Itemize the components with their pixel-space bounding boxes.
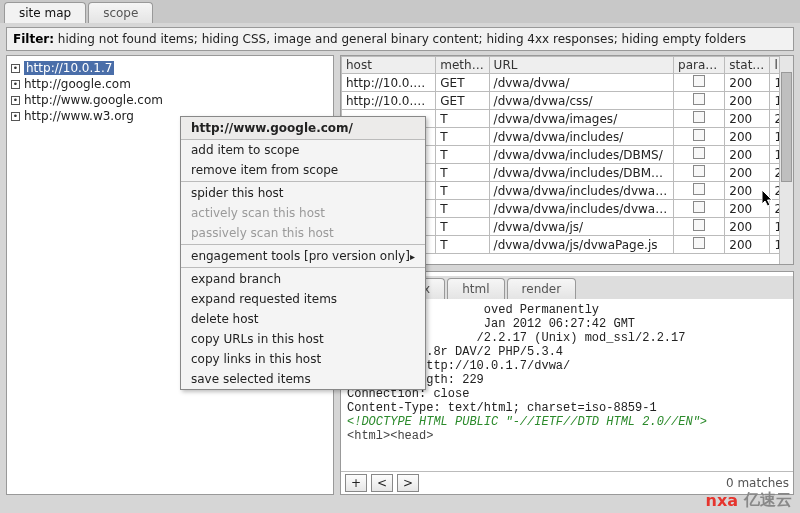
tree-item-label: http://10.0.1.7 bbox=[24, 61, 114, 75]
tab-html[interactable]: html bbox=[447, 278, 504, 299]
menu-item[interactable]: save selected items bbox=[181, 369, 425, 389]
table-scrollbar[interactable] bbox=[779, 56, 793, 264]
tree-item[interactable]: •http://google.com bbox=[9, 76, 331, 92]
menu-item[interactable]: spider this host bbox=[181, 183, 425, 203]
prev-match-button[interactable]: < bbox=[371, 474, 393, 492]
tree-item[interactable]: •http://www.google.com bbox=[9, 92, 331, 108]
params-checkbox[interactable] bbox=[693, 183, 705, 195]
params-checkbox[interactable] bbox=[693, 219, 705, 231]
params-checkbox[interactable] bbox=[693, 237, 705, 249]
menu-item: passively scan this host bbox=[181, 223, 425, 243]
menu-item[interactable]: add item to scope bbox=[181, 140, 425, 160]
params-checkbox[interactable] bbox=[693, 147, 705, 159]
params-checkbox[interactable] bbox=[693, 111, 705, 123]
menu-item[interactable]: copy URLs in this host bbox=[181, 329, 425, 349]
expand-icon[interactable]: • bbox=[11, 80, 20, 89]
tree-item-label: http://www.google.com bbox=[24, 93, 163, 107]
table-row[interactable]: http://10.0.1.7GET/dvwa/dvwa/20017 bbox=[342, 74, 793, 92]
context-menu-header: http://www.google.com/ bbox=[181, 117, 425, 140]
next-match-button[interactable]: > bbox=[397, 474, 419, 492]
tree-item[interactable]: •http://10.0.1.7 bbox=[9, 60, 331, 76]
params-checkbox[interactable] bbox=[693, 201, 705, 213]
table-row[interactable]: http://10.0.1.7GET/dvwa/dvwa/css/20017 bbox=[342, 92, 793, 110]
col-params[interactable]: params bbox=[674, 57, 725, 74]
filter-label: Filter: bbox=[13, 32, 54, 46]
filter-bar[interactable]: Filter: hiding not found items; hiding C… bbox=[6, 27, 794, 51]
col-status[interactable]: status bbox=[725, 57, 770, 74]
expand-icon[interactable]: • bbox=[11, 112, 20, 121]
context-menu: http://www.google.com/ add item to scope… bbox=[180, 116, 426, 390]
params-checkbox[interactable] bbox=[693, 75, 705, 87]
top-tabs: site map scope bbox=[0, 0, 800, 23]
tree-item-label: http://www.w3.org bbox=[24, 109, 134, 123]
params-checkbox[interactable] bbox=[693, 93, 705, 105]
menu-item[interactable]: delete host bbox=[181, 309, 425, 329]
menu-item[interactable]: engagement tools [pro version only] bbox=[181, 246, 425, 266]
params-checkbox[interactable] bbox=[693, 165, 705, 177]
watermark-nxa: nxa bbox=[705, 491, 738, 510]
match-count: 0 matches bbox=[726, 476, 789, 490]
col-method[interactable]: method bbox=[436, 57, 489, 74]
add-button[interactable]: + bbox=[345, 474, 367, 492]
tab-render[interactable]: render bbox=[507, 278, 577, 299]
menu-item[interactable]: expand requested items bbox=[181, 289, 425, 309]
tree-item-label: http://google.com bbox=[24, 77, 131, 91]
menu-item[interactable]: remove item from scope bbox=[181, 160, 425, 180]
menu-item: actively scan this host bbox=[181, 203, 425, 223]
tab-site-map[interactable]: site map bbox=[4, 2, 86, 23]
col-host[interactable]: host bbox=[342, 57, 436, 74]
watermark: nxa 亿速云 bbox=[705, 490, 792, 511]
expand-icon[interactable]: • bbox=[11, 64, 20, 73]
menu-item[interactable]: expand branch bbox=[181, 269, 425, 289]
params-checkbox[interactable] bbox=[693, 129, 705, 141]
tab-scope[interactable]: scope bbox=[88, 2, 153, 23]
filter-text: hiding not found items; hiding CSS, imag… bbox=[58, 32, 746, 46]
watermark-yisu: 亿速云 bbox=[744, 490, 792, 511]
col-url[interactable]: URL bbox=[489, 57, 674, 74]
menu-item[interactable]: copy links in this host bbox=[181, 349, 425, 369]
expand-icon[interactable]: • bbox=[11, 96, 20, 105]
